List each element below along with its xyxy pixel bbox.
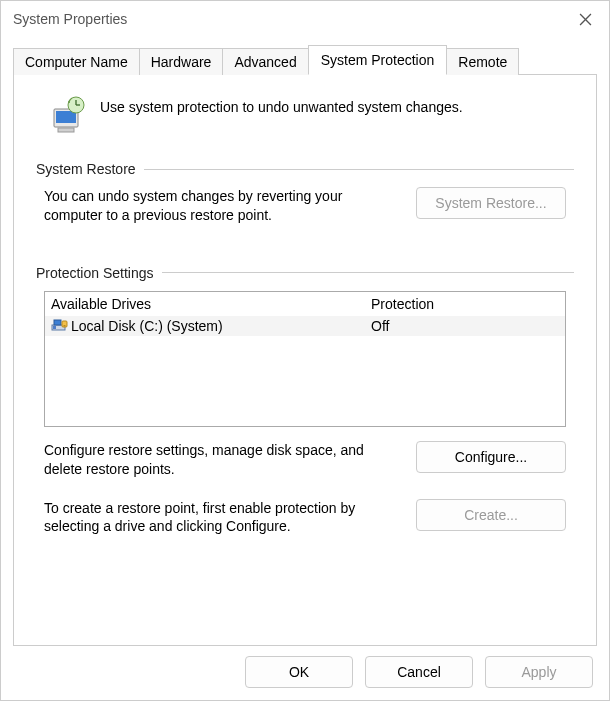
tab-hardware[interactable]: Hardware [139, 48, 224, 75]
group-header-protection-settings: Protection Settings [36, 265, 574, 281]
dialog-button-row: OK Cancel Apply [1, 646, 609, 700]
svg-rect-10 [53, 326, 56, 329]
system-restore-button: System Restore... [416, 187, 566, 219]
close-button[interactable] [565, 4, 605, 34]
group-system-restore: System Restore You can undo system chang… [36, 161, 574, 225]
system-restore-desc: You can undo system changes by reverting… [44, 187, 398, 225]
col-header-drives: Available Drives [51, 296, 371, 312]
configure-desc: Configure restore settings, manage disk … [44, 441, 398, 479]
configure-button[interactable]: Configure... [416, 441, 566, 473]
ok-button[interactable]: OK [245, 656, 353, 688]
tab-system-protection[interactable]: System Protection [308, 45, 448, 75]
close-icon [579, 13, 592, 26]
create-desc: To create a restore point, first enable … [44, 499, 398, 537]
intro-text: Use system protection to undo unwanted s… [100, 91, 463, 117]
window-title: System Properties [13, 11, 565, 27]
group-protection-settings: Protection Settings Available Drives Pro… [36, 265, 574, 537]
cancel-button[interactable]: Cancel [365, 656, 473, 688]
titlebar: System Properties [1, 1, 609, 37]
tab-remote[interactable]: Remote [446, 48, 519, 75]
system-protection-icon [48, 95, 88, 135]
svg-rect-13 [64, 325, 66, 327]
divider [144, 169, 574, 170]
create-button: Create... [416, 499, 566, 531]
tab-area: Computer Name Hardware Advanced System P… [1, 37, 609, 646]
drive-name: Local Disk (C:) (System) [71, 318, 371, 334]
drive-row[interactable]: Local Disk (C:) (System) Off [45, 316, 565, 336]
svg-rect-4 [58, 128, 74, 132]
divider [162, 272, 574, 273]
group-header-system-restore: System Restore [36, 161, 574, 177]
group-title-protection-settings: Protection Settings [36, 265, 154, 281]
tab-panel-system-protection: Use system protection to undo unwanted s… [13, 74, 597, 646]
intro-row: Use system protection to undo unwanted s… [36, 91, 574, 135]
tab-strip: Computer Name Hardware Advanced System P… [13, 45, 597, 74]
tab-advanced[interactable]: Advanced [222, 48, 308, 75]
apply-button: Apply [485, 656, 593, 688]
tab-computer-name[interactable]: Computer Name [13, 48, 140, 75]
system-properties-window: System Properties Computer Name Hardware… [0, 0, 610, 701]
drive-list-header: Available Drives Protection [45, 292, 565, 316]
drive-protection: Off [371, 318, 559, 334]
system-drive-icon [51, 318, 69, 334]
svg-rect-11 [54, 320, 61, 325]
drive-list[interactable]: Available Drives Protection [44, 291, 566, 427]
group-title-system-restore: System Restore [36, 161, 136, 177]
col-header-protection: Protection [371, 296, 559, 312]
